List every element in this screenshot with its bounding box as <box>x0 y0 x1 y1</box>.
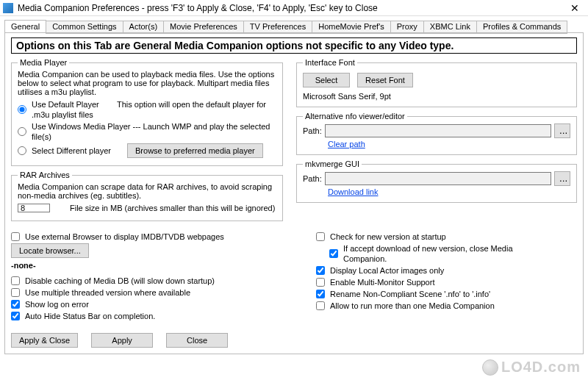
media-player-legend: Media Player <box>18 58 69 67</box>
check-allow-multi[interactable] <box>316 301 325 310</box>
check-auto-hide-label: Auto Hide Status Bar on completion. <box>25 311 155 321</box>
media-player-desc: Media Companion can be used to playback … <box>18 70 276 96</box>
check-allow-multi-label: Allow to run more than one Media Compani… <box>330 301 495 311</box>
nfo-fieldset: Alternative nfo viewer/editor Path: ... … <box>296 112 577 155</box>
close-button[interactable]: Close <box>166 333 228 348</box>
tab-strip: General Common Settings Actor(s) Movie P… <box>4 19 584 32</box>
check-external-browser-label: Use external Browser to display IMDB/TVD… <box>25 232 224 242</box>
rar-fieldset: RAR Archives Media Companion can scrape … <box>11 171 283 221</box>
none-label: -none- <box>11 261 272 270</box>
browse-player-button[interactable]: Browse to preferred media player <box>127 143 263 158</box>
mkv-download-link[interactable]: Download link <box>328 187 378 196</box>
nfo-path-input[interactable] <box>325 124 551 137</box>
window-title: Media Companion Preferences - press 'F3'… <box>18 3 378 13</box>
check-rename-nfo-label: Rename Non-Compliant Scene '.nfo' to '.i… <box>330 289 490 299</box>
close-window-button[interactable]: ✕ <box>564 2 585 14</box>
check-multi-thread[interactable] <box>11 288 20 297</box>
apply-close-button[interactable]: Apply & Close <box>11 333 78 348</box>
nfo-browse-button[interactable]: ... <box>554 123 570 138</box>
check-external-browser[interactable] <box>11 232 20 241</box>
check-new-version-label: Check for new version at startup <box>330 232 446 242</box>
mkv-legend: mkvmerge GUI <box>303 159 362 168</box>
check-new-version[interactable] <box>316 232 325 241</box>
tab-content: Options on this Tab are General Media Co… <box>4 32 584 354</box>
radio-default-player[interactable] <box>18 105 26 114</box>
check-local-actor-label: Display Local Actor images only <box>330 265 444 276</box>
check-show-log[interactable] <box>11 300 20 309</box>
radio-wmp-label: Use Windows Media Player --- Launch WMP … <box>32 121 276 142</box>
nfo-path-label: Path: <box>303 126 322 135</box>
check-show-log-label: Show log on error <box>25 299 89 309</box>
radio-default-player-label: Use Default Player This option will open… <box>32 99 276 120</box>
apply-button[interactable]: Apply <box>91 333 153 348</box>
font-select-button[interactable]: Select <box>303 73 350 87</box>
check-multi-monitor[interactable] <box>316 278 325 287</box>
app-icon <box>3 3 13 13</box>
radio-wmp[interactable] <box>18 127 26 136</box>
globe-icon <box>482 359 498 376</box>
mkv-path-input[interactable] <box>325 172 551 185</box>
font-fieldset: Interface Font Select Reset Font Microso… <box>296 58 577 107</box>
nfo-clear-link[interactable]: Clear path <box>328 140 365 148</box>
rar-tail: File size in MB (archives smaller than t… <box>70 203 275 213</box>
rar-legend: RAR Archives <box>18 171 72 179</box>
tab-general[interactable]: General <box>4 20 46 33</box>
check-if-accept[interactable] <box>329 249 338 258</box>
window-titlebar: Media Companion Preferences - press 'F3'… <box>0 0 588 16</box>
check-multi-thread-label: Use multiple threaded version where avai… <box>25 287 190 298</box>
watermark: LO4D.com <box>482 359 581 376</box>
font-reset-button[interactable]: Reset Font <box>357 73 413 87</box>
check-multi-monitor-label: Enable Multi-Monitor Support <box>330 277 434 287</box>
rar-desc: Media Companion can scrape data for RAR … <box>18 182 276 200</box>
banner-text: Options on this Tab are General Media Co… <box>11 37 577 54</box>
radio-different-player-label: Select Different player <box>32 146 111 156</box>
mkv-path-label: Path: <box>303 174 322 183</box>
bottom-button-bar: Apply & Close Apply Close <box>11 333 228 348</box>
watermark-text: LO4D.com <box>501 359 581 376</box>
locate-browser-button[interactable]: Locate browser... <box>11 243 89 258</box>
nfo-legend: Alternative nfo viewer/editor <box>303 112 407 121</box>
font-legend: Interface Font <box>303 58 357 67</box>
check-disable-cache[interactable] <box>11 276 20 285</box>
check-local-actor[interactable] <box>316 266 325 275</box>
check-auto-hide[interactable] <box>11 312 20 320</box>
media-player-fieldset: Media Player Media Companion can be used… <box>11 58 283 166</box>
mkv-browse-button[interactable]: ... <box>554 171 570 186</box>
radio-different-player[interactable] <box>18 146 26 155</box>
rar-size-input[interactable] <box>18 204 50 212</box>
check-if-accept-label: If accept download of new version, close… <box>343 243 520 264</box>
check-disable-cache-label: Disable caching of Media DB (will slow d… <box>25 276 215 286</box>
mkv-fieldset: mkvmerge GUI Path: ... Download link <box>296 159 577 203</box>
check-rename-nfo[interactable] <box>316 290 325 298</box>
font-current: Microsoft Sans Serif, 9pt <box>303 92 570 101</box>
